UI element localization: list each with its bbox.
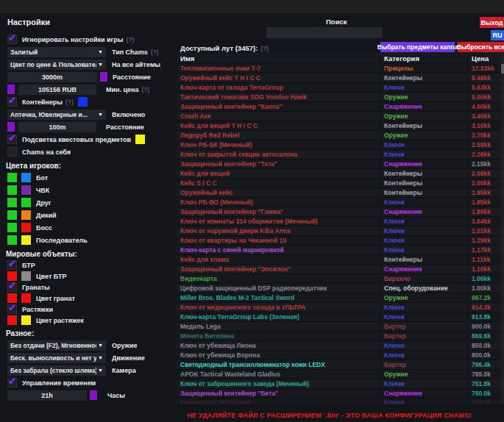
color-swatch[interactable]	[21, 315, 31, 325]
table-row[interactable]: Ключ от заброшенного завода (Меченый)Клю…	[177, 379, 501, 389]
select-kappa-items-button[interactable]: Выбрать предметы каппа	[380, 42, 455, 52]
min-price-input[interactable]: 105156 RUB	[18, 85, 96, 95]
table-row[interactable]: Ключ РБ-ВО (Меченый)Ключи1.85kk	[177, 198, 501, 207]
table-row[interactable]: Ледоруб Red RebelОружие2.75kk	[177, 131, 501, 140]
table-row[interactable]: Медаль LegaБартер900.0k	[177, 322, 501, 332]
table-row[interactable]: Тактический томагавк SOG Voodoo HawkОруж…	[177, 93, 501, 102]
exit-button[interactable]: Выход	[480, 17, 504, 28]
color-swatch[interactable]	[7, 223, 17, 232]
column-header-category[interactable]: Категория	[380, 54, 467, 62]
chevron-down-icon: ▼	[98, 343, 103, 348]
help-hint: (?)	[151, 49, 159, 56]
drop-all-button[interactable]: Выбросить все	[458, 42, 504, 52]
color-swatch[interactable]	[7, 173, 17, 182]
quest-highlight-row: Подсветка квестовых предметов	[6, 133, 174, 146]
table-row[interactable]: Оружейный кейс T H I C CКонтейнеры8.48kk	[177, 74, 501, 83]
chams-type-dropdown[interactable]: Залитый ▼	[7, 47, 106, 57]
table-row[interactable]: Оружейный кейсКонтейнеры1.95kk	[177, 188, 501, 198]
color-swatch[interactable]	[7, 210, 17, 220]
color-swatch[interactable]	[21, 173, 31, 182]
color-swatch[interactable]	[7, 185, 17, 195]
help-hint: (?)	[65, 99, 74, 106]
quest-highlight-checkbox[interactable]	[7, 135, 17, 144]
table-row[interactable]: Цифровой защищенный DSP радиопередатчикС…	[177, 284, 501, 293]
distance-row: 3000m Расстояние	[6, 71, 174, 83]
player-color-row: Последователь	[6, 234, 174, 246]
color-swatch[interactable]	[21, 185, 31, 195]
table-row[interactable]: Кейс для вещей T H I C CКонтейнеры3.10kk	[177, 121, 501, 131]
table-row[interactable]: Ключ от комнаты 314 общежития (Меченый)К…	[177, 217, 501, 226]
table-row[interactable]: Crash AxeОружие3.40kk	[177, 112, 501, 121]
color-swatch[interactable]	[135, 135, 145, 144]
ignore-game-settings-checkbox[interactable]	[7, 35, 17, 44]
table-row[interactable]: Miller Bros. Blades M-2 Tactical SwordОр…	[177, 293, 501, 303]
containers-distance-input[interactable]: 100m	[18, 122, 96, 132]
table-row[interactable]: Ключ от квартиры на Чеканной 15Ключи1.29…	[177, 236, 501, 246]
chevron-down-icon: ▼	[98, 49, 103, 54]
table-row[interactable]: Ключ РБ-БК (Меченый)Ключи2.58kk	[177, 140, 501, 150]
color-swatch[interactable]	[21, 223, 31, 232]
color-swatch[interactable]	[7, 198, 17, 207]
table-row[interactable]: Ключ от закрытой секции автосалонаКлючи2…	[177, 150, 501, 160]
table-row[interactable]: Кейс для хламаКонтейнеры1.11kk	[177, 255, 501, 265]
table-row[interactable]: Ключ-карта TerraGroup Labs (Зеленая)Ключ…	[177, 312, 501, 322]
column-header-name[interactable]: Имя	[177, 54, 380, 62]
color-swatch[interactable]	[90, 390, 97, 400]
color-swatch[interactable]	[78, 97, 88, 107]
containers-filter-dropdown[interactable]: Аптечка, Ювелирные и... ▼	[7, 110, 106, 120]
table-row[interactable]: Защищенный контейнер "Гамма"Снаряжение1.…	[177, 207, 501, 217]
btr-checkbox[interactable]	[7, 260, 17, 270]
table-row[interactable]: Монета БиткоинаБартер869.6k	[177, 332, 501, 341]
table-row[interactable]: Кейс для вещейКонтейнеры2.08kk	[177, 169, 501, 179]
table-row[interactable]: APOK Tactical Wasteland GladiusОружие785…	[177, 370, 501, 379]
table-row[interactable]: Защищенный контейнер "Бета"Снаряжение750…	[177, 389, 501, 398]
quest-highlight-label: Подсветка квестовых предметов	[22, 136, 131, 143]
color-swatch[interactable]	[7, 235, 17, 245]
color-swatch[interactable]	[21, 293, 31, 303]
color-swatch[interactable]	[21, 198, 31, 207]
player-color-label: Бот	[36, 174, 48, 182]
table-row[interactable]: Ключ-карта от склада TerraGroupКлючи5.63…	[177, 83, 501, 93]
color-swatch[interactable]	[100, 72, 107, 82]
time-control-checkbox[interactable]	[7, 378, 17, 387]
table-row[interactable]: Светодиодный трансиллюминатор кожи LEDXБ…	[177, 360, 501, 370]
btr-row: БТР	[6, 260, 174, 271]
settings-panel: Настройки Игнорировать настройки игры (?…	[6, 16, 174, 401]
table-row[interactable]: ВидеокартаБарахло1.06kk	[177, 274, 501, 284]
color-swatch[interactable]	[7, 85, 15, 94]
chams-self-checkbox[interactable]	[7, 147, 17, 157]
table-row[interactable]: Ключ от убежища ЛионаКлючи850.0k	[177, 341, 501, 351]
table-row[interactable]: Ключ от убежища ВоронаКлючи800.0k	[177, 351, 501, 360]
color-swatch[interactable]	[21, 271, 31, 281]
scrollbar-thumb[interactable]	[501, 64, 504, 74]
weapon-dropdown[interactable]: Без отдачи (F2), Мгновенное п ▼	[7, 340, 106, 351]
scrollbar[interactable]	[501, 53, 504, 404]
table-row[interactable]: Кейс S I C CКонтейнеры2.05kk	[177, 179, 501, 188]
table-row[interactable]: Ключ-карта с синей маркировкойКлючи1.17k…	[177, 246, 501, 255]
camera-dropdown[interactable]: Без забрала (стекло шлема) ▼	[7, 365, 106, 376]
table-row[interactable]: Ключ от медицинского склада в УЛЬТРАКлюч…	[177, 303, 501, 312]
language-button[interactable]: RU	[491, 30, 504, 40]
movement-dropdown[interactable]: Беск. выносливость и нет уста: ▼	[7, 353, 106, 363]
min-price-row: 105156 RUB Мин. цена (?)	[6, 83, 174, 96]
tripwires-checkbox[interactable]	[7, 304, 17, 314]
all-items-dropdown[interactable]: Цвет по цене & Пользователь ▼	[7, 60, 106, 70]
table-row[interactable]: Защищенный контейнер "Тета"Снаряжение2.1…	[177, 160, 501, 169]
distance-input[interactable]: 3000m	[7, 72, 97, 82]
grenades-checkbox[interactable]	[7, 282, 17, 292]
column-header-price[interactable]: Цена	[467, 54, 501, 62]
all-items-label: На все айтемы	[112, 61, 160, 68]
table-row[interactable]: Тепловизионные очки Т-7Прицелы17.33kk	[177, 64, 501, 74]
search-input[interactable]	[266, 27, 383, 38]
hours-input[interactable]: 21h	[7, 390, 87, 401]
table-row[interactable]: Ключ-карта TerraGroupКлючи750.0k	[177, 398, 501, 405]
table-row[interactable]: Защищенный контейнер "Эпсилон"Снаряжение…	[177, 265, 501, 274]
table-row[interactable]: Ключ от наружной двери Kiba ArmsКлючи1.5…	[177, 226, 501, 236]
color-swatch[interactable]	[7, 315, 17, 325]
color-swatch[interactable]	[21, 210, 31, 220]
containers-checkbox[interactable]	[7, 97, 17, 107]
color-swatch[interactable]	[21, 235, 31, 245]
chams-self-row: Chams на себя	[6, 146, 174, 158]
color-swatch[interactable]	[7, 122, 15, 132]
table-row[interactable]: Защищенный контейнер "Каппа"Снаряжение4.…	[177, 102, 501, 112]
